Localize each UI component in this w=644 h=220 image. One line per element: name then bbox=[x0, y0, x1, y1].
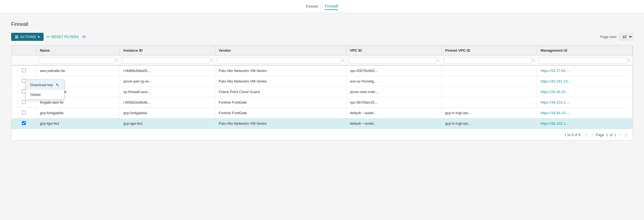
table-header-row: Name Instance ID Vendor VPC ID Firenet V… bbox=[11, 46, 633, 56]
pagination-of: of bbox=[610, 133, 613, 137]
row-checkbox[interactable] bbox=[22, 100, 26, 104]
row-checkbox[interactable] bbox=[22, 79, 26, 83]
col-header-name: Name bbox=[36, 46, 120, 56]
actions-wrapper: ACTIONS ▾ Download key ↖ Delete bbox=[11, 33, 44, 41]
firewall-table-container: Name Instance ID Vendor VPC ID Firenet V… bbox=[11, 45, 633, 141]
actions-button[interactable]: ACTIONS ▾ bbox=[11, 33, 44, 41]
filter-cell-vpc: ▽ bbox=[346, 56, 442, 66]
table-row: gcp-tgw-fw1 gcp-tgw-fw1 Palo Alto Networ… bbox=[11, 118, 633, 129]
top-nav: Firenet Firewall bbox=[0, 0, 644, 13]
row-checkbox-cell bbox=[11, 65, 36, 76]
row-vpc-id: vpc-03076c600... bbox=[346, 65, 442, 76]
row-mgmt-link[interactable]: https://34.233.1.... bbox=[540, 100, 569, 104]
filter-input-instance[interactable] bbox=[122, 57, 210, 63]
dropdown-item-download-key[interactable]: Download key ↖ bbox=[26, 80, 64, 90]
row-mgmt-link[interactable]: https://20.85.25.... bbox=[540, 90, 569, 94]
table-row: gcp-fortigatefw gcp-fortigatefw Fortinet… bbox=[11, 108, 633, 118]
filter-input-vendor[interactable] bbox=[217, 57, 341, 63]
row-vpc-id: ave-az-fnvnetg... bbox=[346, 76, 442, 87]
row-firenet-vpc-id bbox=[442, 76, 537, 87]
row-checkbox[interactable] bbox=[22, 121, 26, 125]
delete-label: Delete bbox=[30, 92, 41, 97]
pagination: ⟨⟨ ⟨ Page 1 of 1 ⟩ ⟩⟩ bbox=[584, 132, 628, 138]
row-firenet-vpc-id: gcp-tr-mgt-vpc... bbox=[442, 108, 537, 118]
filter-arrow-vpc[interactable]: ▽ bbox=[437, 59, 439, 62]
row-instance-id: cp-firewall-azur... bbox=[120, 87, 215, 97]
pagination-page-num: 1 bbox=[606, 133, 608, 137]
col-header-vendor: Vendor bbox=[215, 46, 346, 56]
row-firenet-vpc-id bbox=[442, 87, 537, 97]
row-management-ui: https://52.27.84.... bbox=[537, 65, 633, 76]
actions-label: ACTIONS bbox=[20, 35, 36, 39]
row-checkbox[interactable] bbox=[22, 89, 26, 93]
row-mgmt-link[interactable]: https://52.27.84.... bbox=[540, 69, 569, 73]
row-name: gcp-fortigatefw bbox=[36, 108, 120, 118]
pagination-first[interactable]: ⟨⟨ bbox=[584, 132, 589, 138]
row-instance-id: gcp-tgw-fw1 bbox=[120, 118, 215, 129]
row-vpc-id: vpc-0b703ec33... bbox=[346, 97, 442, 108]
row-name: gcp-tgw-fw1 bbox=[36, 118, 120, 129]
refresh-button[interactable]: ⟳ bbox=[82, 34, 86, 39]
filter-cell-mgmt-ui: ▽ bbox=[537, 56, 633, 66]
row-checkbox-cell bbox=[11, 108, 36, 118]
page-size-control: Page size: 10 25 50 bbox=[600, 33, 633, 40]
filter-cell-vendor: ▽ bbox=[215, 56, 346, 66]
filter-arrow-mgmt-ui[interactable]: ▽ bbox=[628, 59, 630, 62]
row-checkbox[interactable] bbox=[22, 68, 26, 72]
filter-cell-name: ▽ bbox=[36, 56, 120, 66]
pagination-page-label: Page bbox=[596, 133, 604, 137]
filter-input-name[interactable] bbox=[39, 57, 114, 63]
row-vendor: Fortinet FortiGate bbox=[215, 97, 346, 108]
pagination-prev[interactable]: ⟨ bbox=[590, 132, 594, 138]
row-firenet-vpc-id bbox=[442, 97, 537, 108]
reset-filters-button[interactable]: ✏ RESET FILTERS bbox=[47, 35, 79, 39]
row-vendor: Palo Alto Networks VM-Series bbox=[215, 118, 346, 129]
reset-filters-label: RESET FILTERS bbox=[51, 35, 79, 39]
row-management-ui: https://20.85.25.... bbox=[537, 87, 633, 97]
row-checkbox[interactable] bbox=[22, 111, 26, 114]
nav-firenet[interactable]: Firenet bbox=[306, 3, 318, 10]
toolbar: ACTIONS ▾ Download key ↖ Delete ✏ RESET … bbox=[11, 33, 633, 41]
row-management-ui: https://34.102.1.... bbox=[537, 118, 633, 129]
row-vpc-id: default~~aviatr... bbox=[346, 118, 442, 129]
row-firenet-vpc-id bbox=[442, 65, 537, 76]
filter-arrow-vendor[interactable]: ▽ bbox=[342, 59, 344, 62]
firewall-table: Name Instance ID Vendor VPC ID Firenet V… bbox=[11, 46, 633, 129]
pagination-next[interactable]: ⟩ bbox=[618, 132, 622, 138]
col-header-mgmt-ui: Management UI bbox=[537, 46, 633, 56]
pagination-last[interactable]: ⟩⟩ bbox=[623, 132, 628, 138]
row-mgmt-link[interactable]: https://34.94.10.... bbox=[540, 111, 569, 115]
row-mgmt-link[interactable]: https://20.241.13.... bbox=[540, 79, 571, 83]
row-instance-id: azure-pan:rg-av... bbox=[120, 76, 215, 87]
col-header-instance: Instance ID bbox=[120, 46, 215, 56]
page-size-select[interactable]: 10 25 50 bbox=[619, 33, 633, 40]
main-content: Firewall ACTIONS ▾ Download key ↖ Delete bbox=[0, 13, 644, 149]
filter-input-firenet-vpc[interactable] bbox=[444, 57, 532, 63]
nav-firewall[interactable]: Firewall bbox=[325, 3, 338, 10]
row-instance-id: i-009d32e8bdb... bbox=[120, 97, 215, 108]
filter-cell-instance: ▽ bbox=[120, 56, 215, 66]
filter-arrow-instance[interactable]: ▽ bbox=[211, 59, 213, 62]
row-management-ui: https://34.233.1.... bbox=[537, 97, 633, 108]
filter-arrow-name[interactable]: ▽ bbox=[115, 59, 118, 62]
row-vendor: Fortinet FortiGate bbox=[215, 108, 346, 118]
filter-input-mgmt-ui[interactable] bbox=[539, 57, 627, 63]
row-checkbox-cell bbox=[11, 118, 36, 129]
pagination-total: 1 bbox=[614, 133, 616, 137]
row-vpc-id: azure-new-vnet:... bbox=[346, 87, 442, 97]
page-size-label: Page size: bbox=[600, 35, 617, 39]
filter-arrow-firenet-vpc[interactable]: ▽ bbox=[533, 59, 535, 62]
filter-cell-firenet-vpc: ▽ bbox=[442, 56, 537, 66]
row-vendor: Palo Alto Networks VM-Series bbox=[215, 76, 346, 87]
row-vpc-id: default~~aviatr... bbox=[346, 108, 442, 118]
row-mgmt-link[interactable]: https://34.102.1.... bbox=[540, 121, 569, 126]
actions-caret: ▾ bbox=[38, 35, 40, 39]
download-key-label: Download key bbox=[30, 83, 53, 87]
filter-input-vpc[interactable] bbox=[349, 57, 436, 63]
table-row: cp-firewall-azure cp-firewall-azur... Ch… bbox=[11, 87, 633, 97]
row-vendor: Check Point Cloud Guard bbox=[215, 87, 346, 97]
pencil-icon: ✏ bbox=[47, 35, 50, 39]
dropdown-item-delete[interactable]: Delete bbox=[26, 90, 64, 99]
row-firenet-vpc-id: gcp-tr-mgt-vpc... bbox=[442, 118, 537, 129]
actions-icon bbox=[15, 36, 18, 38]
